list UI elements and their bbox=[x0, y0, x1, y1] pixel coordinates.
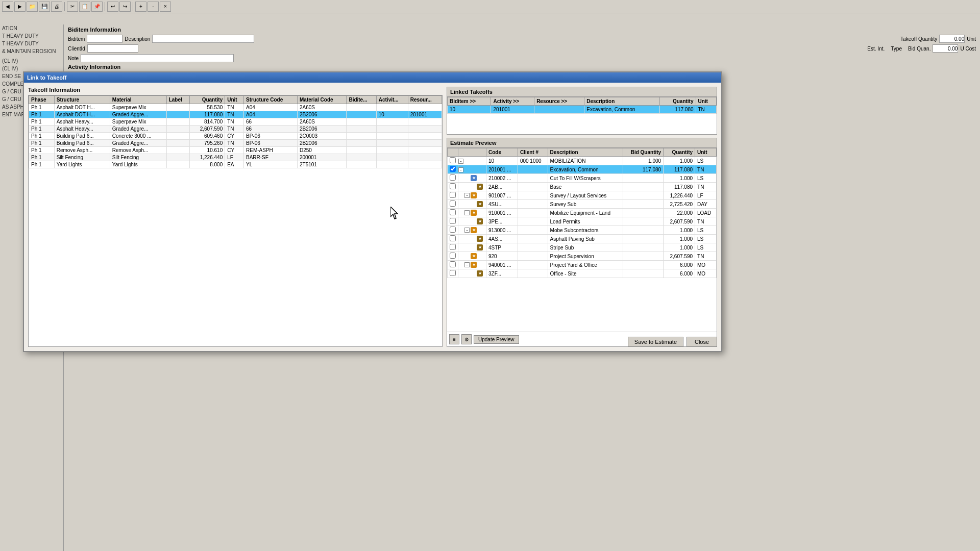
est-col-code[interactable]: Code bbox=[486, 148, 518, 157]
expand-btn[interactable]: - bbox=[464, 228, 470, 233]
cell-check[interactable] bbox=[448, 226, 458, 235]
cell-check[interactable] bbox=[448, 235, 458, 243]
toolbar-btn-11[interactable]: × bbox=[160, 2, 171, 12]
expand-btn[interactable]: - bbox=[458, 167, 463, 172]
toolbar-btn-9[interactable]: + bbox=[135, 2, 146, 12]
close-button[interactable]: Close bbox=[687, 337, 717, 347]
estimate-row[interactable]: -★ 913000 ... Mobe Subcontractors 1.000 … bbox=[448, 226, 717, 235]
expand-btn[interactable]: - bbox=[464, 210, 470, 215]
toolbar-btn-7[interactable]: 📋 bbox=[79, 2, 90, 12]
estimate-icon-btn-1[interactable]: ≡ bbox=[449, 334, 459, 344]
toolbar-btn-8[interactable]: 📌 bbox=[91, 2, 103, 12]
row-checkbox[interactable] bbox=[450, 227, 456, 233]
row-checkbox[interactable] bbox=[450, 270, 456, 276]
estimate-row[interactable]: - 10 000 1000 MOBILIZATION 1.000 1.000 L… bbox=[448, 157, 717, 165]
estimate-row[interactable]: ★ 3ZF... Office - Site 6.000 MO bbox=[448, 269, 717, 278]
linked-col-qty[interactable]: Quantity bbox=[660, 97, 696, 106]
estimate-row[interactable]: ★ 920 Project Supervision 2,607.590 TN bbox=[448, 252, 717, 261]
col-phase[interactable]: Phase bbox=[29, 96, 55, 104]
toolbar-btn-5[interactable]: 🖨 bbox=[51, 2, 62, 12]
row-checkbox[interactable] bbox=[450, 174, 456, 181]
row-checkbox[interactable] bbox=[450, 201, 456, 207]
estimate-table-scroll[interactable]: Code Client # Description Bid Quantity Q… bbox=[447, 148, 717, 332]
cell-check[interactable] bbox=[448, 269, 458, 278]
est-col-desc[interactable]: Description bbox=[548, 148, 623, 157]
toolbar-btn-6[interactable]: ✂ bbox=[67, 2, 78, 12]
estimate-row[interactable]: ★ 4SU... Survey Sub 2,725.420 DAY bbox=[448, 200, 717, 209]
cell-check[interactable] bbox=[448, 191, 458, 200]
takeoff-row[interactable]: Ph 1 Remove Asph... Remove Asph... 10.61… bbox=[29, 147, 442, 154]
est-col-client[interactable]: Client # bbox=[518, 148, 548, 157]
takeoff-row[interactable]: Ph 1 Asphalt DOT H... Superpave Mix 58.5… bbox=[29, 104, 442, 111]
cell-check[interactable] bbox=[448, 174, 458, 183]
estimate-row[interactable]: ★ 2AB... Base 117.080 TN bbox=[448, 183, 717, 191]
col-unit[interactable]: Unit bbox=[225, 96, 244, 104]
toolbar-btn-10[interactable]: - bbox=[148, 2, 159, 12]
linked-col-desc[interactable]: Description bbox=[584, 97, 660, 106]
row-checkbox[interactable] bbox=[450, 244, 456, 250]
linked-col-biditem[interactable]: Biditem >> bbox=[448, 97, 491, 106]
row-checkbox[interactable] bbox=[450, 235, 456, 241]
row-checkbox[interactable] bbox=[450, 253, 456, 259]
toolbar-btn-4[interactable]: 💾 bbox=[39, 2, 50, 12]
row-checkbox[interactable] bbox=[450, 183, 456, 189]
takeoff-row[interactable]: Ph 1 Asphalt DOT H... Graded Aggre... 11… bbox=[29, 111, 442, 118]
takeoff-table[interactable]: Phase Structure Material Label Quantity … bbox=[28, 95, 443, 347]
col-quantity[interactable]: Quantity bbox=[190, 96, 225, 104]
est-col-unit[interactable]: Unit bbox=[695, 148, 717, 157]
takeoff-qty-input[interactable] bbox=[939, 35, 965, 43]
row-checkbox[interactable] bbox=[450, 218, 456, 224]
toolbar-btn-redo[interactable]: ↪ bbox=[119, 2, 131, 12]
cell-check[interactable] bbox=[448, 243, 458, 252]
row-checkbox[interactable] bbox=[450, 166, 456, 172]
nav-item-3[interactable]: T HEAVY DUTY bbox=[0, 40, 63, 47]
toolbar-btn-2[interactable]: ▶ bbox=[14, 2, 26, 12]
expand-btn[interactable]: - bbox=[464, 193, 470, 198]
estimate-row[interactable]: -★ 940001 ... Project Yard & Office 6.00… bbox=[448, 261, 717, 269]
cell-check[interactable] bbox=[448, 157, 458, 165]
estimate-row[interactable]: ★ 3PE... Load Permits 2,607.590 TN bbox=[448, 217, 717, 226]
estimate-icon-btn-2[interactable]: ⚙ bbox=[461, 334, 472, 344]
cell-check[interactable] bbox=[448, 209, 458, 217]
takeoff-row[interactable]: Ph 1 Building Pad 6... Graded Aggre... 7… bbox=[29, 140, 442, 147]
nav-item-4[interactable]: & MAINTAIN EROSION bbox=[0, 47, 63, 55]
col-struct-code[interactable]: Structure Code bbox=[243, 96, 297, 104]
takeoff-row[interactable]: Ph 1 Asphalt Heavy... Graded Aggre... 2,… bbox=[29, 126, 442, 133]
estimate-row[interactable]: -★ 910001 ... Mobilize Equipment - Land … bbox=[448, 209, 717, 217]
nav-item-1[interactable]: ATION bbox=[0, 24, 63, 32]
expand-btn[interactable]: - bbox=[458, 159, 463, 164]
linked-col-unit[interactable]: Unit bbox=[696, 97, 716, 106]
takeoff-row[interactable]: Ph 1 Silt Fencing Silt Fencing 1,226.440… bbox=[29, 154, 442, 161]
cell-check[interactable] bbox=[448, 200, 458, 209]
col-material[interactable]: Material bbox=[110, 96, 166, 104]
col-activ[interactable]: Activit... bbox=[376, 96, 408, 104]
bid-quan-input[interactable] bbox=[933, 44, 958, 53]
estimate-row[interactable]: ★ 4AS... Asphalt Paving Sub 1.000 LS bbox=[448, 235, 717, 243]
description-input[interactable] bbox=[152, 35, 254, 43]
linked-table[interactable]: Biditem >> Activity >> Resource >> Descr… bbox=[447, 97, 717, 114]
clientid-input[interactable] bbox=[87, 44, 138, 53]
estimate-row[interactable]: -★ 901007 ... Survey / Layout Services 1… bbox=[448, 191, 717, 200]
estimate-row[interactable]: - 201001 ... Excavation, Common 117.080 … bbox=[448, 165, 717, 174]
takeoff-row[interactable]: Ph 1 Building Pad 6... Concrete 3000 ...… bbox=[29, 133, 442, 140]
col-mat-code[interactable]: Material Code bbox=[298, 96, 347, 104]
linked-col-resource[interactable]: Resource >> bbox=[534, 97, 584, 106]
estimate-row[interactable]: ★ 4STP Stripe Sub 1.000 LS bbox=[448, 243, 717, 252]
takeoff-row[interactable]: Ph 1 Yard Lights Yard Lights 8.000 EA YL… bbox=[29, 161, 442, 168]
est-col-check[interactable] bbox=[448, 148, 458, 157]
row-checkbox[interactable] bbox=[450, 192, 456, 198]
linked-col-activity[interactable]: Activity >> bbox=[491, 97, 534, 106]
estimate-row[interactable]: ★ 210002 ... Cut To Fill W/Scrapers 1.00… bbox=[448, 174, 717, 183]
nav-item-6[interactable]: (CL IV) bbox=[0, 57, 63, 65]
toolbar-btn-undo[interactable]: ↩ bbox=[107, 2, 118, 12]
col-structure[interactable]: Structure bbox=[54, 96, 110, 104]
est-col-qty[interactable]: Quantity bbox=[664, 148, 695, 157]
estimate-table[interactable]: Code Client # Description Bid Quantity Q… bbox=[447, 148, 717, 278]
save-to-estimate-button[interactable]: Save to Estimate bbox=[628, 337, 683, 347]
notes-input[interactable] bbox=[81, 54, 234, 62]
toolbar-btn-1[interactable]: ◀ bbox=[2, 2, 13, 12]
nav-item-2[interactable]: T HEAVY DUTY bbox=[0, 32, 63, 40]
cell-check[interactable] bbox=[448, 261, 458, 269]
row-checkbox[interactable] bbox=[450, 157, 456, 163]
col-label[interactable]: Label bbox=[166, 96, 189, 104]
